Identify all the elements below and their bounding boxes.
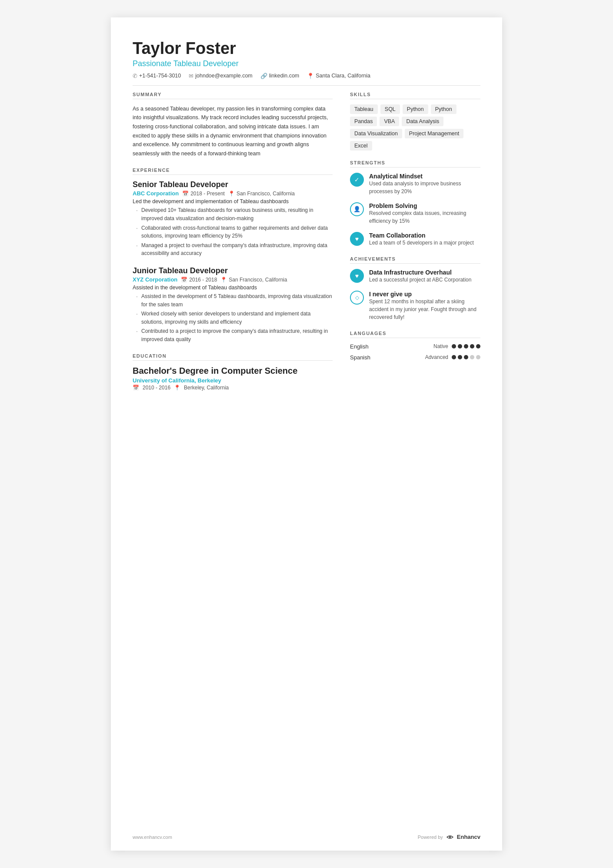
- strength-desc-3: Led a team of 5 developers in a major pr…: [369, 239, 474, 247]
- strength-desc-1: Used data analysis to improve business p…: [369, 180, 480, 195]
- enhancv-logo-icon: [446, 834, 454, 840]
- achievement-text-1: Data Infrastructure Overhaul Led a succe…: [369, 269, 471, 284]
- candidate-name: Taylor Foster: [133, 39, 480, 58]
- calendar-icon-2: 📅: [181, 277, 187, 283]
- summary-section: SUMMARY As a seasoned Tableau developer,…: [133, 92, 333, 158]
- strength-name-1: Analytical Mindset: [369, 173, 480, 180]
- location-icon: 📍: [307, 73, 314, 79]
- skills-label: SKILLS: [350, 92, 480, 99]
- job-title-2: Junior Tableau Developer: [133, 266, 333, 275]
- job-bullets-2: Assisted in the development of 5 Tableau…: [133, 292, 333, 344]
- calendar-icon-1: 📅: [182, 191, 189, 197]
- edu-degree: Bachelor's Degree in Computer Science: [133, 366, 333, 376]
- skill-pandas: Pandas: [350, 117, 377, 126]
- left-column: SUMMARY As a seasoned Tableau developer,…: [133, 92, 333, 400]
- skill-python2: Python: [431, 104, 456, 114]
- job-company-2: XYZ Corporation: [133, 276, 177, 283]
- edu-meta: 📅 2010 - 2016 📍 Berkeley, California: [133, 385, 333, 391]
- footer-website: www.enhancv.com: [133, 834, 172, 840]
- lang-spanish: Spanish Advanced: [350, 354, 480, 361]
- job-junior-tableau: Junior Tableau Developer XYZ Corporation…: [133, 266, 333, 344]
- edu-loc-icon: 📍: [174, 385, 180, 391]
- powered-by-text: Powered by: [418, 834, 443, 840]
- dot: [464, 355, 468, 359]
- languages-label: LANGUAGES: [350, 331, 480, 338]
- lang-right-english: Native: [433, 343, 480, 349]
- achievement-infra: ♥ Data Infrastructure Overhaul Led a suc…: [350, 269, 480, 284]
- experience-label: EXPERIENCE: [133, 168, 333, 175]
- strength-analytical: ✓ Analytical Mindset Used data analysis …: [350, 173, 480, 195]
- footer-powered: Powered by Enhancv: [418, 834, 480, 840]
- bullet-item: Developed 10+ Tableau dashboards for var…: [136, 206, 333, 222]
- bullet-item: Contributed to a project to improve the …: [136, 327, 333, 343]
- summary-text: As a seasoned Tableau developer, my pass…: [133, 104, 333, 158]
- lang-level-english: Native: [433, 343, 448, 349]
- achievement-diamond-icon: ◇: [350, 291, 364, 305]
- achievement-text-2: I never give up Spent 12 months in hospi…: [369, 291, 480, 321]
- bullet-item: Assisted in the development of 5 Tableau…: [136, 292, 333, 308]
- job-location-2: 📍 San Francisco, California: [220, 277, 287, 283]
- bullet-item: Collaborated with cross-functional teams…: [136, 224, 333, 240]
- achievement-heart-icon: ♥: [350, 269, 364, 283]
- lang-dots-spanish: [452, 355, 480, 359]
- achievements-section: ACHIEVEMENTS ♥ Data Infrastructure Overh…: [350, 256, 480, 321]
- svg-point-0: [449, 836, 451, 838]
- dot: [476, 344, 480, 349]
- summary-label: SUMMARY: [133, 92, 333, 99]
- job-company-1: ABC Corporation: [133, 190, 179, 197]
- job-meta-1: ABC Corporation 📅 2018 - Present 📍 San F…: [133, 190, 333, 197]
- team-icon: ♥: [350, 232, 364, 246]
- skills-section: SKILLS Tableau SQL Python Python Pandas …: [350, 92, 480, 151]
- phone-icon: ✆: [133, 73, 137, 79]
- contact-bar: ✆ +1-541-754-3010 ✉ johndoe@example.com …: [133, 73, 480, 86]
- skill-vba: VBA: [380, 117, 399, 126]
- lang-name-english: English: [350, 343, 369, 350]
- edu-period: 2010 - 2016: [143, 385, 170, 391]
- strength-team: ♥ Team Collaboration Led a team of 5 dev…: [350, 232, 480, 247]
- strength-desc-2: Resolved complex data issues, increasing…: [369, 209, 480, 225]
- strengths-label: STRENGTHS: [350, 160, 480, 168]
- enhancv-brand: Enhancv: [457, 834, 480, 840]
- edu-location: Berkeley, California: [184, 385, 229, 391]
- experience-section: EXPERIENCE Senior Tableau Developer ABC …: [133, 168, 333, 343]
- dot: [458, 344, 462, 349]
- job-meta-2: XYZ Corporation 📅 2016 - 2018 📍 San Fran…: [133, 276, 333, 283]
- job-desc-1: Led the development and implementation o…: [133, 198, 333, 204]
- job-senior-tableau: Senior Tableau Developer ABC Corporation…: [133, 180, 333, 258]
- job-period-1: 📅 2018 - Present: [182, 191, 225, 197]
- dot: [476, 355, 480, 359]
- edu-school: University of California, Berkeley: [133, 377, 333, 384]
- skills-grid: Tableau SQL Python Python Pandas VBA Dat…: [350, 104, 480, 151]
- achievement-name-2: I never give up: [369, 291, 480, 298]
- strength-text-2: Problem Solving Resolved complex data is…: [369, 202, 480, 225]
- skill-data-viz: Data Visualization: [350, 129, 402, 138]
- right-column: SKILLS Tableau SQL Python Python Pandas …: [350, 92, 480, 400]
- job-period-2: 📅 2016 - 2018: [181, 277, 217, 283]
- lang-name-spanish: Spanish: [350, 354, 370, 361]
- job-desc-2: Assisted in the development of Tableau d…: [133, 285, 333, 291]
- dot: [470, 355, 474, 359]
- dot: [452, 344, 456, 349]
- email-icon: ✉: [189, 73, 193, 79]
- achievement-desc-2: Spent 12 months in hospital after a skii…: [369, 298, 480, 321]
- achievement-desc-1: Led a successful project at ABC Corporat…: [369, 276, 471, 284]
- lang-dots-english: [452, 344, 480, 349]
- job-title-1: Senior Tableau Developer: [133, 180, 333, 189]
- strength-problem: 👤 Problem Solving Resolved complex data …: [350, 202, 480, 225]
- loc-icon-2: 📍: [220, 277, 227, 283]
- bullet-item: Managed a project to overhaul the compan…: [136, 241, 333, 258]
- dot: [458, 355, 462, 359]
- dot: [452, 355, 456, 359]
- achievement-name-1: Data Infrastructure Overhaul: [369, 269, 471, 276]
- strength-name-2: Problem Solving: [369, 202, 480, 209]
- dot: [470, 344, 474, 349]
- header: Taylor Foster Passionate Tableau Develop…: [133, 39, 480, 86]
- skill-sql: SQL: [380, 104, 400, 114]
- linkedin-icon: 🔗: [260, 73, 267, 79]
- dot: [464, 344, 468, 349]
- strengths-section: STRENGTHS ✓ Analytical Mindset Used data…: [350, 160, 480, 247]
- skill-tableau: Tableau: [350, 104, 378, 114]
- analytical-icon: ✓: [350, 173, 364, 187]
- loc-icon-1: 📍: [228, 191, 235, 197]
- bullet-item: Worked closely with senior developers to…: [136, 310, 333, 326]
